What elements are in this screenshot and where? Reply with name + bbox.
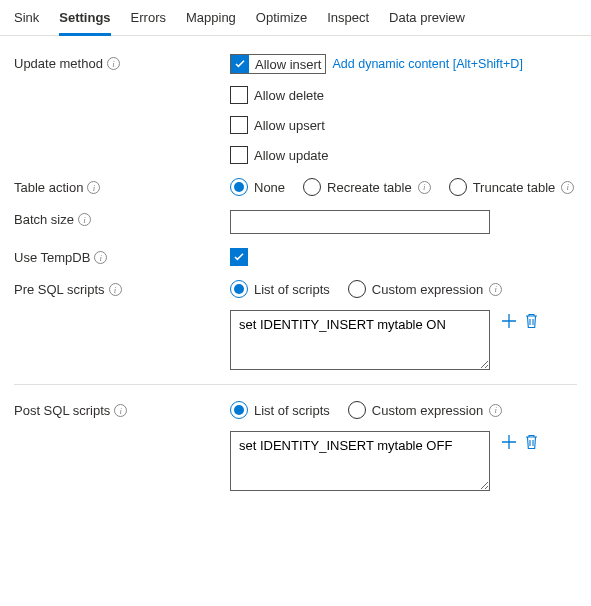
radio-table-none[interactable]: None [230, 178, 285, 196]
checkbox-label: Allow insert [255, 57, 321, 72]
divider [14, 384, 577, 385]
radio-label: List of scripts [254, 282, 330, 297]
radio-label: Custom expression [372, 282, 483, 297]
info-icon[interactable]: i [107, 57, 120, 70]
tab-bar: Sink Settings Errors Mapping Optimize In… [0, 0, 591, 36]
label-post-sql: Post SQL scripts [14, 403, 110, 418]
radio-table-recreate[interactable]: Recreate table i [303, 178, 431, 196]
checkbox-label: Allow update [254, 148, 328, 163]
add-button[interactable] [500, 312, 518, 330]
post-sql-textarea[interactable] [230, 431, 490, 491]
info-icon[interactable]: i [78, 213, 91, 226]
label-update-method: Update method [14, 56, 103, 71]
info-icon[interactable]: i [418, 181, 431, 194]
tab-sink[interactable]: Sink [14, 4, 39, 36]
radio-label: List of scripts [254, 403, 330, 418]
tab-mapping[interactable]: Mapping [186, 4, 236, 36]
settings-form: Update method i Allow insert Add dynamic… [0, 36, 591, 525]
add-dynamic-content-link[interactable]: Add dynamic content [Alt+Shift+D] [332, 57, 522, 71]
delete-button[interactable] [522, 312, 540, 330]
info-icon[interactable]: i [114, 404, 127, 417]
batch-size-input[interactable] [230, 210, 490, 234]
label-pre-sql: Pre SQL scripts [14, 282, 105, 297]
info-icon[interactable]: i [109, 283, 122, 296]
checkbox-label: Allow upsert [254, 118, 325, 133]
info-icon[interactable]: i [561, 181, 574, 194]
tab-settings[interactable]: Settings [59, 4, 110, 36]
trash-icon [524, 434, 539, 450]
checkbox-use-tempdb[interactable] [230, 248, 577, 266]
label-use-tempdb: Use TempDB [14, 250, 90, 265]
checkbox-allow-delete[interactable]: Allow delete [230, 86, 577, 104]
radio-pre-custom[interactable]: Custom expression i [348, 280, 502, 298]
check-icon [234, 253, 244, 261]
plus-icon [501, 434, 517, 450]
trash-icon [524, 313, 539, 329]
pre-sql-textarea[interactable] [230, 310, 490, 370]
checkbox-allow-update[interactable]: Allow update [230, 146, 577, 164]
radio-pre-list[interactable]: List of scripts [230, 280, 330, 298]
radio-label: Recreate table [327, 180, 412, 195]
plus-icon [501, 313, 517, 329]
radio-label: Truncate table [473, 180, 556, 195]
radio-post-list[interactable]: List of scripts [230, 401, 330, 419]
info-icon[interactable]: i [489, 283, 502, 296]
tab-errors[interactable]: Errors [131, 4, 166, 36]
info-icon[interactable]: i [94, 251, 107, 264]
tab-data-preview[interactable]: Data preview [389, 4, 465, 36]
label-batch-size: Batch size [14, 212, 74, 227]
radio-post-custom[interactable]: Custom expression i [348, 401, 502, 419]
tab-inspect[interactable]: Inspect [327, 4, 369, 36]
radio-table-truncate[interactable]: Truncate table i [449, 178, 575, 196]
info-icon[interactable]: i [87, 181, 100, 194]
label-table-action: Table action [14, 180, 83, 195]
radio-label: None [254, 180, 285, 195]
radio-label: Custom expression [372, 403, 483, 418]
add-button[interactable] [500, 433, 518, 451]
check-icon [235, 60, 245, 68]
checkbox-allow-upsert[interactable]: Allow upsert [230, 116, 577, 134]
tab-optimize[interactable]: Optimize [256, 4, 307, 36]
info-icon[interactable]: i [489, 404, 502, 417]
checkbox-allow-insert[interactable]: Allow insert [230, 54, 326, 74]
delete-button[interactable] [522, 433, 540, 451]
checkbox-label: Allow delete [254, 88, 324, 103]
